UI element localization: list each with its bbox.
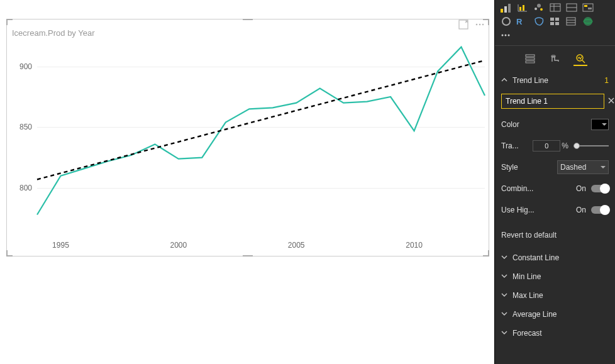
section-min-line[interactable]: Min Line [495, 267, 615, 286]
section-trend-line[interactable]: Trend Line 1 [495, 71, 615, 90]
style-label: Style [501, 163, 557, 172]
chevron-down-icon [501, 272, 509, 281]
y-axis-tick: 800 [12, 184, 32, 192]
svg-rect-4 [501, 9, 503, 13]
svg-rect-35 [526, 58, 535, 60]
transparency-slider[interactable] [573, 145, 609, 146]
section-label: Trend Line [512, 76, 601, 85]
style-select[interactable]: Dashed [557, 160, 609, 174]
svg-rect-6 [508, 4, 511, 13]
svg-point-20 [502, 18, 510, 25]
viz-type-icon[interactable] [499, 29, 514, 41]
svg-rect-22 [550, 18, 554, 21]
data-series-line[interactable] [37, 47, 485, 215]
tab-analytics[interactable] [573, 52, 587, 66]
viz-type-icon[interactable] [564, 1, 579, 14]
section-label: Min Line [512, 272, 609, 281]
highlight-toggle[interactable] [591, 206, 609, 214]
svg-point-31 [502, 35, 504, 36]
y-axis-tick: 900 [12, 62, 32, 71]
color-label: Color [501, 120, 591, 129]
tab-format[interactable] [548, 52, 562, 66]
line-chart-svg [37, 42, 485, 237]
resize-handle-tl[interactable] [6, 19, 13, 25]
svg-rect-5 [504, 6, 507, 13]
resize-handle-bottom[interactable] [243, 255, 253, 256]
svg-point-29 [584, 17, 592, 26]
trend-line-count: 1 [604, 76, 609, 85]
report-canvas[interactable]: Icecream.Prod by Year 800850900 19952000… [0, 0, 494, 364]
svg-rect-24 [550, 22, 554, 25]
svg-rect-23 [555, 18, 559, 21]
viz-type-icon[interactable] [531, 15, 546, 28]
resize-handle-bl[interactable] [6, 250, 13, 256]
highlight-label: Use Hig... [501, 206, 576, 214]
chevron-down-icon [501, 329, 509, 338]
svg-point-2 [479, 24, 481, 26]
trend-line-name-input[interactable] [501, 94, 604, 109]
visualization-type-picker: R [495, 0, 615, 45]
section-constant-line[interactable]: Constant Line [495, 248, 615, 267]
svg-rect-36 [526, 61, 535, 63]
svg-rect-12 [550, 4, 560, 11]
svg-point-1 [476, 24, 478, 26]
visualizations-pane: R Trend Line 1 Color Tra... [494, 0, 615, 364]
svg-line-39 [582, 60, 585, 63]
resize-handle-top[interactable] [243, 19, 253, 20]
combine-state: On [576, 184, 586, 193]
svg-rect-19 [588, 8, 592, 9]
section-forecast[interactable]: Forecast [495, 324, 615, 343]
svg-rect-8 [523, 5, 524, 11]
viz-type-icon[interactable] [499, 15, 514, 28]
svg-point-33 [508, 35, 510, 36]
remove-trend-line-button[interactable] [608, 97, 614, 106]
tab-fields[interactable] [523, 52, 537, 66]
viz-type-icon[interactable] [580, 15, 596, 28]
viz-type-icon[interactable] [515, 1, 530, 14]
transparency-label: Tra... [501, 141, 533, 150]
viz-type-icon[interactable] [531, 1, 546, 14]
resize-handle-br[interactable] [483, 250, 489, 256]
x-axis-tick: 2000 [170, 241, 187, 250]
svg-rect-18 [584, 5, 587, 7]
viz-type-icon[interactable] [548, 1, 563, 14]
viz-type-icon[interactable] [499, 1, 514, 14]
viz-type-icon[interactable] [580, 1, 596, 14]
x-axis-tick: 2005 [288, 241, 305, 250]
chart-visual-frame[interactable]: Icecream.Prod by Year 800850900 19952000… [6, 19, 489, 256]
chevron-up-icon [501, 76, 509, 85]
viz-type-icon[interactable]: R [515, 15, 530, 28]
svg-point-32 [505, 35, 507, 36]
svg-point-10 [537, 4, 541, 8]
svg-point-9 [535, 8, 537, 10]
more-options-icon[interactable] [475, 19, 485, 30]
svg-text:R: R [516, 17, 523, 26]
highlight-state: On [576, 206, 586, 214]
x-axis-tick: 1995 [52, 241, 69, 250]
combine-toggle[interactable] [591, 185, 609, 192]
chart-title: Icecream.Prod by Year [12, 28, 95, 38]
svg-rect-25 [555, 22, 559, 25]
viz-type-icon[interactable] [564, 15, 579, 28]
chevron-down-icon [501, 310, 509, 319]
y-axis-tick: 850 [12, 123, 32, 131]
section-max-line[interactable]: Max Line [495, 286, 615, 305]
color-picker[interactable] [591, 119, 609, 130]
percent-unit: % [562, 141, 568, 150]
pane-tabs [495, 45, 615, 71]
chevron-down-icon [501, 291, 509, 300]
revert-to-default-button[interactable]: Revert to default [495, 224, 615, 248]
x-axis-tick: 2010 [406, 241, 423, 250]
viz-type-icon[interactable] [548, 15, 563, 28]
trend-line-properties: Color Tra... 0 % Style Dashed Combin... … [495, 90, 615, 224]
focus-mode-icon[interactable] [458, 19, 468, 30]
chevron-down-icon [501, 253, 509, 262]
section-label: Average Line [512, 310, 609, 319]
transparency-value[interactable]: 0 [533, 140, 560, 152]
section-label: Max Line [512, 291, 609, 300]
trend-line[interactable] [37, 60, 485, 179]
combine-label: Combin... [501, 184, 576, 193]
section-average-line[interactable]: Average Line [495, 305, 615, 324]
svg-rect-26 [567, 18, 575, 25]
section-label: Forecast [512, 329, 609, 338]
